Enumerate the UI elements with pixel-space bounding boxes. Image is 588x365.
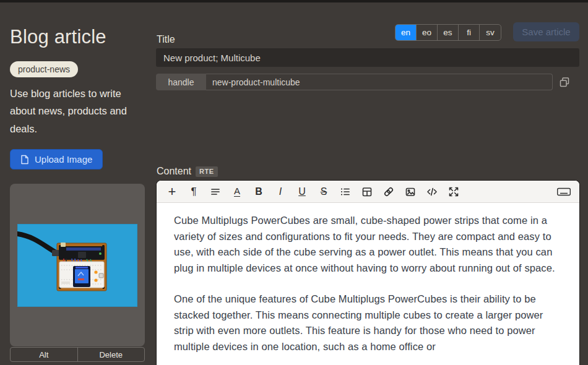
italic-button[interactable]: I [273,184,288,199]
upload-image-button[interactable]: Upload Image [10,149,103,170]
file-icon [20,155,29,165]
align-button[interactable] [208,184,223,199]
lang-tab-en[interactable]: en [396,25,417,40]
image-icon [404,186,417,198]
blog-type-badge: product-news [10,61,78,77]
content-label: Content [157,166,191,177]
bold-button[interactable]: B [251,184,266,199]
image-preview-card [10,184,145,346]
lang-tab-es[interactable]: es [438,25,459,40]
content-field-header: Content RTE [157,166,218,177]
image-action-buttons: Alt Delete [10,347,145,362]
bold-icon: B [255,186,262,197]
rte-badge: RTE [196,166,218,177]
blog-description: Use blog articles to write about news, p… [10,85,145,137]
keyboard-shortcuts-button[interactable] [556,184,571,199]
rich-text-editor: + ¶ A B I U S [156,180,580,365]
content-paragraph: Cube Multiplugs PowerCubes are small, cu… [174,213,562,276]
sidebar: Blog article product-news Use blog artic… [10,2,145,170]
paragraph-icon: ¶ [191,186,196,198]
language-switcher: en eo es fi sv [395,24,501,41]
handle-field: handle [156,74,553,90]
text-style-button[interactable]: A [230,184,244,199]
italic-icon: I [279,186,282,197]
image-button[interactable] [403,184,418,199]
link-button[interactable] [381,184,396,199]
save-article-button[interactable]: Save article [513,22,579,41]
bullet-list-icon [339,186,352,198]
lang-tab-eo[interactable]: eo [417,25,438,40]
upload-image-label: Upload Image [35,154,92,165]
editor-toolbar: + ¶ A B I U S [157,181,579,203]
link-icon [383,186,395,198]
editor-content[interactable]: Cube Multiplugs PowerCubes are small, cu… [157,203,579,354]
lang-tab-sv[interactable]: sv [480,25,501,40]
fullscreen-icon [447,186,460,198]
underline-icon: U [298,186,306,197]
keyboard-icon [556,186,571,198]
align-icon [209,186,222,198]
handle-input[interactable] [206,74,553,90]
alt-button[interactable]: Alt [11,348,78,361]
lang-tab-fi[interactable]: fi [459,25,480,40]
copy-handle-button[interactable] [557,75,572,90]
underline-button[interactable]: U [295,184,309,199]
delete-button[interactable]: Delete [78,348,145,361]
content-paragraph: One of the unique features of Cube Multi… [174,291,562,354]
uploaded-photo [17,224,137,307]
paragraph-button[interactable]: ¶ [186,184,201,199]
code-button[interactable] [425,184,439,199]
title-label: Title [157,34,175,45]
add-block-button[interactable]: + [165,184,179,199]
strikethrough-button[interactable]: S [316,184,331,199]
page-title: Blog article [10,26,145,48]
copy-icon [557,76,572,88]
title-input[interactable] [156,48,579,67]
handle-prefix-label: handle [156,74,206,90]
fullscreen-button[interactable] [446,184,461,199]
table-button[interactable] [360,184,374,199]
table-icon [361,186,373,198]
strikethrough-icon: S [321,186,327,197]
bullet-list-button[interactable] [338,184,353,199]
text-style-icon: A [234,186,240,197]
code-icon [426,186,438,198]
add-icon: + [168,184,176,200]
